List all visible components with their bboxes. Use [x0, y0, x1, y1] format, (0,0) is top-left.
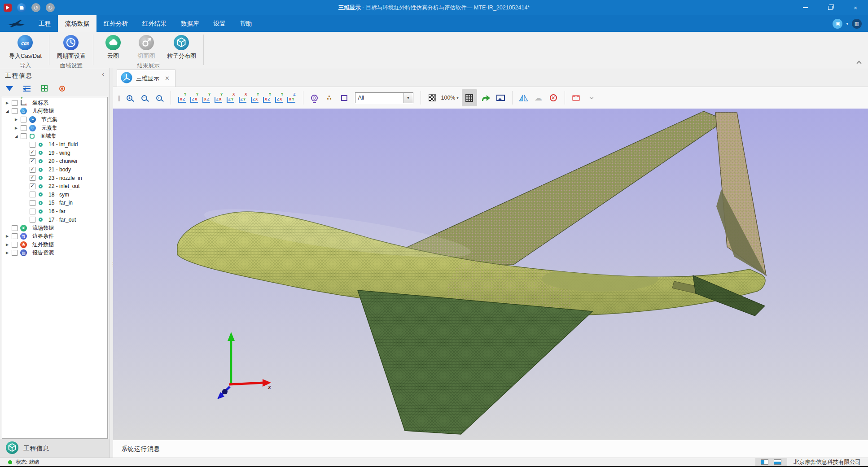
tree-item[interactable]: 17 - far_out	[2, 215, 107, 224]
layout-bottom-icon[interactable]	[774, 459, 781, 465]
tree-item[interactable]: 23 - nozzle_in	[2, 174, 107, 182]
visibility-checkbox[interactable]	[30, 150, 35, 156]
visibility-checkbox[interactable]	[30, 200, 35, 206]
panel-splitter[interactable]	[110, 68, 113, 458]
tree-item[interactable]: 16 - far	[2, 207, 107, 216]
view-right-button[interactable]: YZX	[213, 91, 225, 105]
tree-item[interactable]: ▶红外数据	[2, 240, 107, 249]
mirror-button[interactable]	[518, 91, 530, 105]
zoom-in-button[interactable]: +	[124, 91, 136, 105]
menu-item-设置[interactable]: 设置	[206, 15, 233, 32]
view-back-button[interactable]: YZX	[189, 91, 201, 105]
expand-arrow-icon[interactable]: ▶	[4, 101, 10, 105]
tree-item[interactable]: 22 - inlet_out	[2, 182, 107, 191]
undo-icon[interactable]: ↺	[31, 3, 40, 12]
camera-button[interactable]	[309, 91, 320, 105]
redo-icon[interactable]: ↻	[46, 3, 55, 12]
visibility-checkbox[interactable]	[30, 183, 35, 189]
menu-item-数据库[interactable]: 数据库	[174, 15, 206, 32]
expand-arrow-icon[interactable]: ▶	[4, 243, 10, 247]
window-style-icon[interactable]: ▣	[833, 19, 842, 29]
grid-toggle-button[interactable]	[462, 89, 477, 106]
visibility-checkbox[interactable]	[30, 175, 35, 181]
layout-left-icon[interactable]	[761, 459, 768, 465]
collapse-arrow-icon[interactable]: ◢	[4, 109, 10, 113]
tree-item[interactable]: ▶元素集	[2, 124, 107, 132]
menu-item-红外分析[interactable]: 红外分析	[96, 15, 135, 32]
export-button[interactable]	[480, 91, 492, 105]
locate-icon[interactable]	[57, 83, 67, 93]
zoom-fit-button[interactable]	[153, 91, 165, 105]
project-info-footer-tab[interactable]: 工程信息	[0, 439, 110, 458]
visibility-checkbox[interactable]	[12, 108, 18, 114]
particle-trace-button[interactable]: ∴	[324, 91, 335, 105]
tree-item[interactable]: 流场数据	[2, 224, 107, 232]
tree-item[interactable]: 18 - sym	[2, 191, 107, 199]
view-iso-1-button[interactable]: YZX	[249, 91, 261, 105]
expand-arrow-icon[interactable]: ▶	[13, 118, 19, 122]
visibility-checkbox[interactable]	[21, 117, 26, 122]
minimize-button[interactable]	[793, 0, 818, 15]
visibility-checkbox[interactable]	[30, 217, 35, 223]
import-casdat-button[interactable]: cas 导入Cas/Dat	[7, 34, 44, 61]
filter-icon[interactable]	[4, 83, 14, 93]
tab-3d-view[interactable]: 三维显示 ✕	[117, 70, 175, 87]
zoom-level-dropdown[interactable]: 100%▾	[441, 91, 459, 105]
tree-item[interactable]: ◢几何数据	[2, 107, 107, 116]
cancel-button[interactable]: ✕	[548, 91, 559, 105]
ribbon-collapse-chevron-icon[interactable]	[857, 60, 861, 64]
visibility-checkbox[interactable]	[21, 133, 26, 139]
save-icon[interactable]	[17, 3, 26, 12]
checkerboard-button[interactable]	[426, 91, 438, 105]
particle-distribution-button[interactable]: 粒子分布图	[165, 34, 198, 61]
tree-item[interactable]: 15 - far_in	[2, 199, 107, 207]
visibility-checkbox[interactable]	[30, 158, 35, 164]
visibility-checkbox[interactable]	[12, 233, 18, 239]
tree-item[interactable]: 19 - wing	[2, 149, 107, 157]
grid-view-icon[interactable]	[39, 83, 49, 93]
expand-arrow-icon[interactable]: ▶	[13, 126, 19, 130]
tree-item[interactable]: 20 - chuiwei	[2, 157, 107, 166]
expand-arrow-icon[interactable]: ▶	[4, 251, 10, 255]
collapse-list-icon[interactable]	[22, 83, 32, 93]
view-front-button[interactable]: YXZ	[176, 91, 189, 105]
zoom-out-button[interactable]: −	[139, 91, 150, 105]
visibility-checkbox[interactable]	[30, 142, 35, 148]
tree-item[interactable]: ▶节点集	[2, 115, 107, 124]
box-select-button[interactable]	[338, 91, 350, 105]
view-bottom-button[interactable]: XZY	[237, 91, 249, 105]
collapse-arrow-icon[interactable]: ◢	[13, 134, 19, 139]
save-view-dropdown[interactable]	[585, 91, 597, 105]
visibility-checkbox[interactable]	[12, 100, 18, 106]
view-iso-2-button[interactable]: YXZ	[261, 91, 273, 105]
tree-item[interactable]: ▶边界条件	[2, 232, 107, 241]
cloud-display-button[interactable]: ☁	[533, 91, 544, 105]
contour-plot-button[interactable]: 云图	[99, 34, 127, 61]
chevron-down-icon[interactable]: ▾	[846, 22, 848, 26]
visibility-checkbox[interactable]	[30, 192, 35, 197]
save-view-button[interactable]	[570, 91, 582, 105]
visibility-checkbox[interactable]	[12, 242, 18, 248]
toolbar-drag-handle[interactable]: ∥	[118, 95, 120, 101]
combobox-dropdown-icon[interactable]: ▼	[403, 93, 413, 103]
menu-item-帮助[interactable]: 帮助	[233, 15, 259, 32]
panel-collapse-icon[interactable]: ‹	[102, 70, 104, 78]
visibility-checkbox[interactable]	[12, 250, 18, 256]
periodic-face-button[interactable]: 周期面设置	[55, 34, 88, 61]
close-button[interactable]: ×	[843, 0, 868, 15]
theme-icon[interactable]: ▥	[852, 19, 862, 29]
view-top-button[interactable]: XZY	[225, 91, 237, 105]
display-filter-combobox[interactable]: All ▼	[355, 92, 413, 103]
tree-item[interactable]: 14 - int_fluid	[2, 140, 107, 149]
tree-item[interactable]: ▶报告资源	[2, 249, 107, 258]
visibility-checkbox[interactable]	[30, 167, 35, 173]
snapshot-button[interactable]	[495, 91, 507, 105]
menu-item-流场数据[interactable]: 流场数据	[58, 15, 96, 32]
tree-item[interactable]: 21 - body	[2, 166, 107, 174]
menu-item-红外结果[interactable]: 红外结果	[135, 15, 174, 32]
visibility-checkbox[interactable]	[12, 225, 18, 231]
maximize-button[interactable]	[818, 0, 843, 15]
view-iso-3-button[interactable]: YZX	[273, 91, 285, 105]
tab-close-icon[interactable]: ✕	[165, 75, 170, 82]
visibility-checkbox[interactable]	[30, 209, 35, 214]
